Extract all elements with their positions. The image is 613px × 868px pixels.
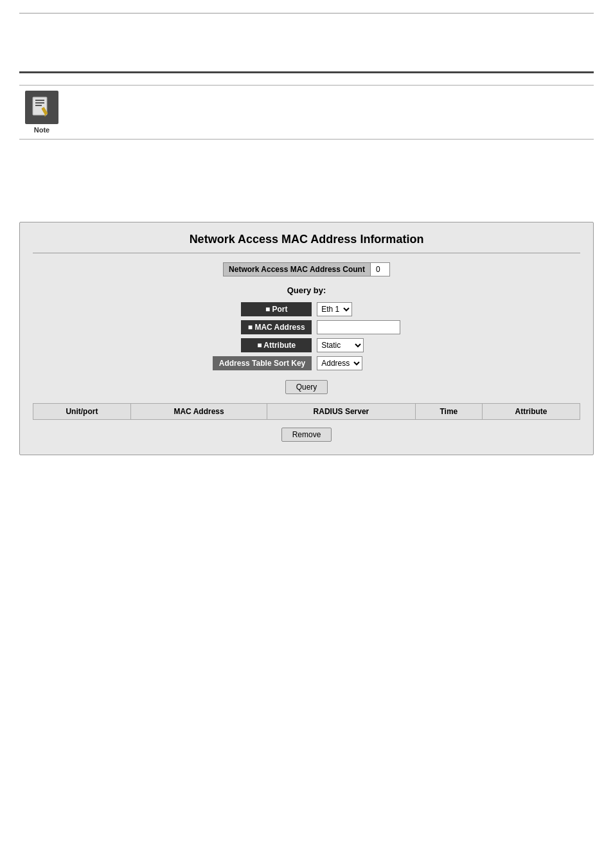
results-table-header-row: Unit/port MAC Address RADIUS Server Time…	[33, 404, 580, 420]
mac-count-label: Network Access MAC Address Count	[223, 262, 371, 276]
col-mac-address: MAC Address	[130, 404, 267, 420]
query-label-attribute: ■ Attribute	[241, 338, 312, 352]
svg-rect-2	[35, 102, 44, 104]
note-text	[64, 91, 76, 107]
query-label-port: ■ Port	[241, 302, 312, 316]
query-label-cell-sort-key: Address Table Sort Key	[210, 354, 314, 372]
query-input-cell-attribute: Static Dynamic	[314, 336, 403, 354]
page-wrapper: Note Network Access MAC Address Informat…	[0, 0, 613, 468]
note-box: Note	[19, 85, 594, 140]
query-label-sort-key: Address Table Sort Key	[213, 356, 312, 370]
col-attribute: Attribute	[483, 404, 580, 420]
mac-address-input[interactable]	[317, 320, 400, 334]
attribute-select[interactable]: Static Dynamic	[317, 338, 364, 352]
mac-count-value: 0	[371, 262, 390, 276]
query-input-cell-mac	[314, 318, 403, 336]
mac-count-row: Network Access MAC Address Count 0	[33, 262, 580, 276]
mac-address-panel: Network Access MAC Address Information N…	[19, 222, 594, 455]
query-table: ■ Port Eth 1 Eth 2 Eth 3	[210, 300, 403, 372]
query-input-cell-sort-key: Address Port VLAN	[314, 354, 403, 372]
col-unit-port: Unit/port	[33, 404, 131, 420]
query-row-sort-key: Address Table Sort Key Address Port VLAN	[210, 354, 403, 372]
note-label: Note	[34, 126, 49, 134]
query-button[interactable]: Query	[285, 380, 328, 394]
query-label-cell-attribute: ■ Attribute	[210, 336, 314, 354]
query-input-cell-port: Eth 1 Eth 2 Eth 3	[314, 300, 403, 318]
query-row-attribute: ■ Attribute Static Dynamic	[210, 336, 403, 354]
query-row-port: ■ Port Eth 1 Eth 2 Eth 3	[210, 300, 403, 318]
section-rule	[19, 71, 594, 73]
col-time: Time	[415, 404, 482, 420]
note-icon	[25, 91, 58, 124]
query-row-mac: ■ MAC Address	[210, 318, 403, 336]
query-label-mac: ■ MAC Address	[241, 320, 312, 334]
col-radius-server: RADIUS Server	[267, 404, 415, 420]
query-btn-row: Query	[285, 380, 328, 394]
query-label-cell-mac: ■ MAC Address	[210, 318, 314, 336]
svg-rect-1	[35, 100, 44, 101]
query-section: Query by: ■ Port Eth 1 Eth 2 Eth 3	[33, 285, 580, 442]
port-select[interactable]: Eth 1 Eth 2 Eth 3	[317, 302, 352, 316]
remove-btn-row: Remove	[281, 428, 332, 442]
svg-rect-3	[35, 105, 42, 106]
mac-panel-title: Network Access MAC Address Information	[33, 233, 580, 253]
query-label-cell-port: ■ Port	[210, 300, 314, 318]
top-rule	[19, 13, 594, 14]
note-icon-container: Note	[19, 91, 64, 134]
sort-key-select[interactable]: Address Port VLAN	[317, 356, 362, 370]
remove-button[interactable]: Remove	[281, 428, 332, 442]
results-table: Unit/port MAC Address RADIUS Server Time…	[33, 403, 580, 420]
query-title: Query by:	[287, 285, 326, 295]
